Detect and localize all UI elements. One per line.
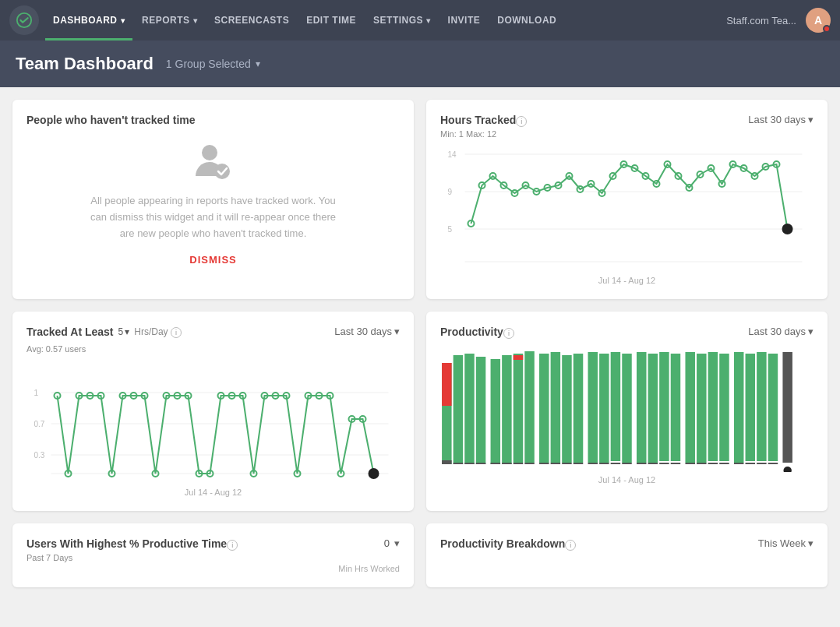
- navbar: DASHBOARD ▾ REPORTS ▾ SCREENCASTS EDIT T…: [0, 0, 840, 41]
- hours-card-header: Hours Tracked i Min: 1 Max: 12 Last 30 d…: [440, 114, 814, 139]
- svg-rect-125: [708, 463, 718, 464]
- users-info-icon[interactable]: i: [227, 540, 238, 551]
- svg-rect-123: [697, 463, 706, 464]
- hours-line-chart: 14 9 5: [440, 145, 814, 269]
- hours-date-range: Jul 14 - Aug 12: [440, 276, 814, 285]
- svg-rect-84: [464, 463, 474, 464]
- productivity-period-dropdown[interactable]: Last 30 days ▾: [748, 326, 814, 337]
- svg-rect-120: [685, 352, 694, 463]
- svg-rect-100: [562, 355, 571, 463]
- chevron-down-icon: ▾: [121, 16, 125, 25]
- svg-rect-136: [782, 352, 792, 463]
- dismiss-button[interactable]: DISMISS: [26, 254, 400, 266]
- svg-rect-122: [697, 354, 706, 463]
- svg-rect-127: [719, 463, 729, 464]
- svg-rect-135: [768, 463, 778, 464]
- tracked-period-dropdown[interactable]: Last 30 days ▾: [334, 326, 400, 337]
- svg-rect-112: [637, 352, 646, 463]
- tracked-chart-area: 1 0.7 0.3: [26, 357, 400, 484]
- svg-text:14: 14: [448, 150, 457, 159]
- svg-rect-114: [648, 354, 658, 463]
- nav-item-dashboard[interactable]: DASHBOARD ▾: [45, 0, 132, 41]
- hours-info-icon[interactable]: i: [516, 116, 527, 127]
- nav-item-download[interactable]: DOWNLOAD: [489, 0, 564, 41]
- svg-rect-128: [734, 352, 743, 463]
- svg-rect-108: [611, 352, 620, 461]
- svg-rect-83: [464, 354, 474, 464]
- app-logo[interactable]: [9, 5, 39, 35]
- svg-text:0.3: 0.3: [34, 451, 45, 460]
- svg-rect-106: [599, 354, 609, 463]
- users-dropdown[interactable]: ▾: [394, 537, 400, 549]
- hours-period-dropdown[interactable]: Last 30 days ▾: [748, 114, 814, 125]
- user-avatar[interactable]: A: [806, 8, 831, 33]
- dashboard-grid: People who haven't tracked time All peop…: [0, 87, 840, 600]
- svg-text:0.7: 0.7: [34, 420, 45, 428]
- page-title: Team Dashboard: [16, 54, 154, 74]
- chevron-down-icon: ▾: [256, 58, 260, 69]
- people-card: People who haven't tracked time All peop…: [12, 100, 414, 299]
- tracked-line-chart: 1 0.7 0.3: [26, 357, 400, 481]
- svg-rect-88: [491, 463, 500, 464]
- svg-rect-113: [637, 463, 646, 464]
- svg-rect-105: [588, 463, 598, 464]
- tracked-date-range: Jul 14 - Aug 12: [26, 488, 400, 497]
- svg-point-3: [214, 164, 230, 179]
- person-check-icon: [26, 142, 400, 181]
- svg-point-40: [783, 224, 792, 234]
- svg-rect-134: [768, 354, 778, 461]
- productivity-card-header: Productivity i Last 30 days ▾: [440, 326, 814, 341]
- productivity-info-icon[interactable]: i: [503, 328, 514, 339]
- svg-rect-85: [476, 357, 485, 464]
- svg-rect-92: [514, 355, 523, 360]
- tracked-value-dropdown[interactable]: 5 ▾: [118, 326, 130, 337]
- nav-item-edittime[interactable]: EDIT TIME: [298, 0, 364, 41]
- svg-rect-133: [757, 463, 766, 464]
- chevron-down-icon: ▾: [426, 16, 431, 25]
- users-min-hrs: Min Hrs Worked: [26, 564, 400, 573]
- tracked-title: Tracked At Least: [26, 326, 114, 338]
- productivity-breakdown-info-icon[interactable]: i: [565, 540, 576, 551]
- productivity-breakdown-header: Productivity Breakdown i This Week ▾: [440, 537, 814, 553]
- users-card-title: Users With Highest % Productive Time: [26, 537, 227, 550]
- chevron-down-icon: ▾: [394, 537, 400, 549]
- svg-rect-124: [708, 352, 718, 461]
- nav-item-reports[interactable]: REPORTS ▾: [134, 0, 205, 41]
- svg-point-1: [202, 145, 217, 160]
- tracked-card: Tracked At Least 5 ▾ Hrs/Day i Last 30 d…: [12, 312, 414, 511]
- svg-rect-129: [734, 463, 743, 464]
- svg-rect-131: [746, 463, 755, 464]
- chevron-down-icon: ▾: [394, 326, 400, 337]
- svg-rect-82: [454, 463, 463, 464]
- hours-chart-area: 14 9 5: [440, 145, 814, 273]
- productivity-breakdown-title: Productivity Breakdown: [440, 537, 565, 550]
- hours-card-title: Hours Tracked: [440, 114, 516, 126]
- svg-rect-98: [551, 352, 560, 463]
- nav-right: Staff.com Tea... A: [726, 8, 831, 33]
- chevron-down-icon: ▾: [193, 16, 198, 25]
- chevron-down-icon: ▾: [808, 537, 814, 549]
- chevron-down-icon: ▾: [125, 326, 129, 337]
- nav-item-invite[interactable]: INVITE: [440, 0, 489, 41]
- productivity-breakdown-period-dropdown[interactable]: This Week ▾: [758, 537, 814, 549]
- notification-dot: [823, 25, 831, 33]
- svg-rect-79: [442, 363, 451, 406]
- svg-rect-102: [574, 354, 583, 463]
- svg-rect-104: [588, 352, 598, 463]
- users-card-right: 0 ▾: [384, 537, 400, 549]
- svg-rect-96: [539, 354, 549, 463]
- svg-text:9: 9: [448, 188, 453, 196]
- svg-rect-130: [746, 354, 755, 461]
- people-body-text: All people appearing in reports have tra…: [89, 193, 338, 241]
- svg-rect-121: [685, 463, 694, 464]
- svg-rect-99: [551, 463, 560, 464]
- svg-rect-132: [757, 352, 766, 461]
- nav-item-screencasts[interactable]: SCREENCASTS: [206, 0, 297, 41]
- svg-rect-110: [622, 354, 631, 463]
- tracked-unit: Hrs/Day i: [134, 326, 182, 338]
- tracked-info-icon[interactable]: i: [171, 327, 182, 338]
- group-selector[interactable]: 1 Group Selected ▾: [166, 58, 260, 70]
- nav-item-settings[interactable]: SETTINGS ▾: [365, 0, 439, 41]
- page-header: Team Dashboard 1 Group Selected ▾: [0, 41, 840, 87]
- svg-rect-91: [514, 354, 523, 463]
